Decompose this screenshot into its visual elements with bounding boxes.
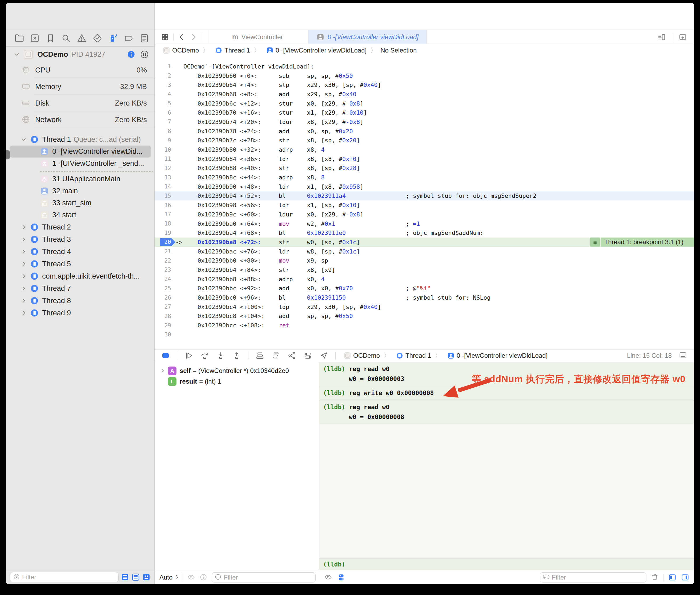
chevron-right-icon[interactable] [21,273,28,280]
line-number-gutter[interactable]: 6 [155,110,171,116]
line-number-gutter[interactable]: 26 [155,294,171,301]
step-into-icon[interactable] [216,351,225,360]
step-over-icon[interactable] [200,351,209,360]
scope-selector[interactable]: Auto [160,574,179,581]
variables-filter-field[interactable] [212,572,316,583]
chevron-down-icon[interactable] [21,136,28,143]
line-number-gutter[interactable]: 25 [155,285,171,292]
line-number-gutter[interactable]: 15 [155,193,171,199]
navigator-filter-field[interactable] [10,572,119,582]
eye-icon[interactable] [187,573,196,582]
debug-jumpbar-project[interactable]: OCDemo [353,352,380,359]
tab-inactive[interactable]: mViewController [207,30,308,44]
thread-row[interactable]: Thread 2 [6,221,155,233]
stack-frame-row[interactable]: 32 main [6,185,155,197]
line-number-gutter[interactable]: 14 [155,183,171,190]
thread-row[interactable]: com.apple.uikit.eventfetch-th... [6,270,155,282]
network-share-icon[interactable] [287,351,297,360]
line-number-gutter[interactable]: 3 [155,82,171,88]
console-filter-field[interactable] [540,572,646,583]
console-prompt[interactable]: (lldb) [319,558,694,570]
chevron-right-icon[interactable] [21,224,28,231]
line-number-gutter[interactable]: 21 [155,248,171,255]
environment-overrides-icon[interactable] [303,351,312,360]
info-outline-icon[interactable] [199,573,208,582]
search-icon[interactable] [60,32,72,44]
variables-view[interactable]: Aself= (ViewController *) 0x10340d2e0Lre… [155,362,319,570]
chevron-down-icon[interactable] [14,51,21,58]
line-number-gutter[interactable]: 19 [155,230,171,236]
forward-chevron-icon[interactable] [189,32,198,41]
line-number-gutter[interactable]: 24 [155,276,171,282]
debug-jumpbar-thread[interactable]: Thread 1 [405,352,431,359]
jumpbar-selection[interactable]: No Selection [381,47,417,54]
line-number-gutter[interactable]: 30 [155,331,171,338]
folder-icon[interactable] [13,32,25,44]
gauge-row-network[interactable]: NetworkZero KB/s [6,111,155,128]
stack-frame-row[interactable]: 0 -[ViewController viewDid... [9,146,151,158]
step-out-icon[interactable] [232,351,241,360]
pause-gauge-icon[interactable] [140,50,149,59]
report-list-icon[interactable] [138,32,150,44]
chevron-right-icon[interactable] [21,260,28,267]
line-number-gutter[interactable]: 7 [155,119,171,125]
stack-frame-row[interactable]: 31 UIApplicationMain [6,173,155,185]
thread-row[interactable]: Thread 4 [6,246,155,258]
bookmark-icon[interactable] [45,32,56,44]
disclosure-chevron-icon[interactable] [160,378,166,385]
thread-row[interactable]: Thread 9 [6,307,155,319]
line-number-gutter[interactable]: 11 [155,156,171,162]
memory-graph-icon[interactable] [271,351,280,360]
thread-row[interactable]: Thread 3 [6,233,155,246]
chevron-right-icon[interactable] [21,236,28,243]
view-hierarchy-icon[interactable] [255,351,264,360]
line-number-gutter[interactable]: 27 [155,304,171,310]
lldb-console[interactable]: (lldb) reg read w0 w0 = 0x00000003(lldb)… [319,362,694,570]
breakpoint-filter-3-icon[interactable] [142,573,150,582]
show-variables-panel-icon[interactable] [668,573,676,582]
line-number-gutter[interactable]: 29 [155,322,171,329]
chevron-right-icon[interactable] [21,285,28,292]
console-filter-input[interactable] [552,574,643,581]
info-icon[interactable] [127,50,136,59]
debug-area-toggle-icon[interactable] [161,351,170,360]
line-number-gutter[interactable]: 8 [155,128,171,134]
breakpoint-filter-1-icon[interactable] [121,573,129,582]
breakpoint-filter-2-icon[interactable] [132,573,140,582]
warning-icon[interactable] [76,32,88,44]
line-number-gutter[interactable]: 1 [155,63,171,69]
line-number-gutter[interactable]: 12 [155,165,171,171]
add-editor-icon[interactable] [678,32,687,41]
jumpbar-frame[interactable]: 0 -[ViewController viewDidLoad] [276,47,366,54]
disassembly-editor[interactable]: 1OCDemo`-[ViewController viewDidLoad]:2 … [155,57,694,349]
continue-icon[interactable] [184,351,193,360]
line-number-gutter[interactable]: 16 [155,202,171,208]
hide-debug-area-icon[interactable] [679,351,688,360]
variable-row[interactable]: Aself= (ViewController *) 0x10340d2e0 [155,366,319,376]
process-row[interactable]: OCDemo PID 41927 [6,47,155,62]
simulate-location-icon[interactable] [319,351,328,360]
editor-options-icon[interactable] [657,32,666,41]
disclosure-chevron-icon[interactable] [160,368,166,374]
trash-icon[interactable] [651,573,659,582]
line-number-gutter[interactable]: 22 [155,257,171,264]
breakpoint-thread-badge[interactable]: ≡Thread 1: breakpoint 3.1 (1) [590,237,694,247]
debug-jumpbar-frame[interactable]: 0 -[ViewController viewDidLoad] [457,352,548,359]
line-number-gutter[interactable]: 9 [155,137,171,144]
line-number-gutter[interactable]: 20 [155,238,171,246]
gauge-row-cpu[interactable]: CPU0% [6,62,155,78]
line-number-gutter[interactable]: 17 [155,211,171,218]
line-number-gutter[interactable]: 23 [155,266,171,273]
line-number-gutter[interactable]: 10 [155,147,171,153]
variables-filter-input[interactable] [224,574,313,581]
line-number-gutter[interactable]: 2 [155,73,171,79]
thread-row[interactable]: Thread 5 [6,258,155,270]
tag-icon[interactable] [122,32,134,44]
gauge-row-disk[interactable]: DiskZero KB/s [6,95,155,111]
tab-active[interactable]: 0 -[ViewController viewDidLoad] [308,30,427,44]
stack-frame-row[interactable]: 1 -[UIViewController _send... [6,158,155,170]
related-items-icon[interactable] [161,32,170,41]
debug-spray-icon[interactable] [107,32,119,44]
console-mode-icon[interactable] [337,573,345,582]
back-chevron-icon[interactable] [177,32,186,41]
